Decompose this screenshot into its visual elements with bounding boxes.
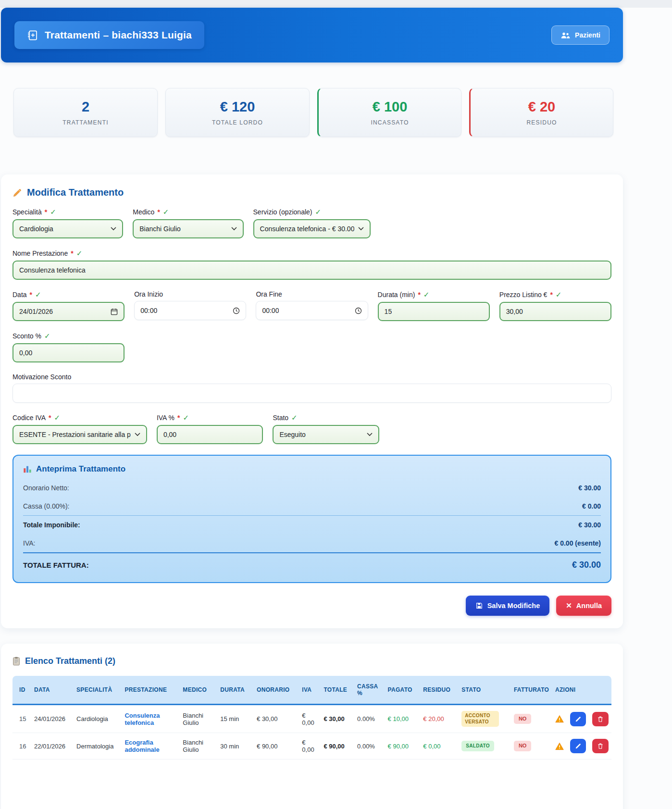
warning-icon xyxy=(555,742,564,750)
col-iva: IVA xyxy=(299,676,321,705)
field-ora-inizio: Ora Inizio 00:00 xyxy=(134,290,246,321)
cell-stato: SALDATO xyxy=(459,733,511,759)
trash-icon xyxy=(597,743,604,749)
cell-id: 16 xyxy=(12,733,31,759)
prestazione-link[interactable]: Consulenza telefonica xyxy=(124,712,160,726)
chevron-down-icon xyxy=(231,227,237,231)
codice-iva-select[interactable]: ESENTE - Prestazioni sanitarie alla p xyxy=(12,425,147,444)
data-input[interactable]: 24/01/2026 xyxy=(12,302,124,321)
durata-label: Durata (min) xyxy=(378,291,415,299)
sconto-label: Sconto % xyxy=(12,332,41,340)
treatments-list-title: Elenco Trattamenti (2) xyxy=(25,656,115,666)
stat-value: € 20 xyxy=(528,99,555,115)
col-pagato: PAGATO xyxy=(385,676,421,705)
field-medico: Medico * ✓ Bianchi Giulio xyxy=(133,208,243,238)
page-title: Trattamenti – biachi333 Luigia xyxy=(45,29,192,41)
edit-button[interactable] xyxy=(570,739,586,753)
valid-check-icon: ✓ xyxy=(54,413,60,422)
clipboard-icon xyxy=(12,657,20,666)
cell-onorario: € 90,00 xyxy=(254,733,299,759)
durata-input[interactable]: 15 xyxy=(378,302,490,321)
cell-fatturato: NO xyxy=(511,733,552,759)
cell-medico: Bianchi Giulio xyxy=(180,733,217,759)
iva-pct-label: IVA % xyxy=(157,414,174,422)
field-sconto: Sconto % ✓ 0,00 xyxy=(12,332,124,362)
form-row-1: Specialità * ✓ Cardiologia Medico * ✓ Bi… xyxy=(12,208,611,238)
edit-treatment-card: Modifica Trattamento Specialità * ✓ Card… xyxy=(1,174,623,628)
field-nome-prestazione: Nome Prestazione * ✓ Consulenza telefoni… xyxy=(12,249,611,280)
ora-inizio-label: Ora Inizio xyxy=(134,290,163,298)
stats-row: 2 TRATTAMENTI € 120 TOTALE LORDO € 100 I… xyxy=(13,88,613,137)
valid-check-icon: ✓ xyxy=(556,290,562,299)
cell-azioni xyxy=(552,733,611,759)
nome-prestazione-label: Nome Prestazione xyxy=(12,249,68,257)
field-servizio: Servizio (opzionale) ✓ Consulenza telefo… xyxy=(253,208,371,238)
cell-specialita: Dermatologia xyxy=(74,733,122,759)
cancel-button[interactable]: ✕ Annulla xyxy=(556,596,611,616)
app-container: Trattamenti – biachi333 Luigia Pazienti … xyxy=(1,8,623,809)
ora-fine-input[interactable]: 00:00 xyxy=(256,301,368,320)
treatments-list-card: Elenco Trattamenti (2) ID DATA SPECIALIT… xyxy=(1,644,623,809)
cell-data: 24/01/2026 xyxy=(31,705,74,733)
form-row-5: Motivazione Sconto xyxy=(12,373,611,403)
floppy-icon xyxy=(475,602,483,610)
status-badge: SALDATO xyxy=(461,741,494,752)
treatments-list-title-row: Elenco Trattamenti (2) xyxy=(12,656,611,666)
field-stato: Stato ✓ Eseguito xyxy=(273,413,379,444)
edit-pencil-icon xyxy=(575,716,582,722)
col-stato: STATO xyxy=(459,676,511,705)
delete-button[interactable] xyxy=(592,712,609,726)
bar-chart-icon xyxy=(23,465,32,473)
ora-inizio-input[interactable]: 00:00 xyxy=(134,301,246,320)
medico-select[interactable]: Bianchi Giulio xyxy=(133,219,243,238)
users-icon xyxy=(560,32,571,39)
servizio-select[interactable]: Consulenza telefonica - € 30.00 xyxy=(253,219,371,238)
valid-check-icon: ✓ xyxy=(183,413,189,422)
preview-row-totale-fattura: TOTALE FATTURA: € 30.00 xyxy=(23,552,601,575)
sconto-input[interactable]: 0,00 xyxy=(12,343,124,362)
stat-value: € 100 xyxy=(373,99,408,115)
motivazione-sconto-input[interactable] xyxy=(12,384,611,403)
stato-label: Stato xyxy=(273,414,288,422)
save-button[interactable]: Salva Modifiche xyxy=(466,596,550,616)
field-codice-iva: Codice IVA * ✓ ESENTE - Prestazioni sani… xyxy=(12,413,147,444)
medical-journal-icon xyxy=(27,30,38,41)
valid-check-icon: ✓ xyxy=(291,413,298,422)
invoiced-badge: NO xyxy=(514,741,532,751)
preview-row-cassa: Cassa (0.00%): € 0.00 xyxy=(23,497,601,515)
table-row: 15 24/01/2026 Cardiologia Consulenza tel… xyxy=(12,705,611,733)
stat-card-trattamenti: 2 TRATTAMENTI xyxy=(13,88,158,137)
delete-button[interactable] xyxy=(592,739,609,753)
col-specialita: SPECIALITÀ xyxy=(74,676,122,705)
stat-card-residuo: € 20 RESIDUO xyxy=(469,88,613,137)
form-row-2: Nome Prestazione * ✓ Consulenza telefoni… xyxy=(12,249,611,280)
nome-prestazione-input[interactable]: Consulenza telefonica xyxy=(12,261,611,280)
cell-pagato: € 90,00 xyxy=(385,733,421,759)
stat-label: TOTALE LORDO xyxy=(212,119,263,126)
edit-button[interactable] xyxy=(570,712,586,726)
iva-pct-input[interactable]: 0,00 xyxy=(157,425,263,444)
stat-value: € 120 xyxy=(220,99,255,115)
cancel-button-label: Annulla xyxy=(576,602,602,610)
required-asterisk: * xyxy=(30,291,32,299)
calendar-icon xyxy=(111,308,118,315)
col-residuo: RESIDUO xyxy=(420,676,459,705)
chevron-down-icon xyxy=(367,433,373,436)
prestazione-link[interactable]: Ecografia addominale xyxy=(124,739,159,753)
col-fatturato: FATTURATO xyxy=(511,676,552,705)
prezzo-listino-input[interactable]: 30,00 xyxy=(499,302,611,321)
stato-select[interactable]: Eseguito xyxy=(273,425,379,444)
specialita-select[interactable]: Cardiologia xyxy=(12,219,123,238)
form-row-6: Codice IVA * ✓ ESENTE - Prestazioni sani… xyxy=(12,413,611,444)
medico-label: Medico xyxy=(133,208,154,216)
patients-button[interactable]: Pazienti xyxy=(551,25,610,45)
table-row: 16 22/01/2026 Dermatologia Ecografia add… xyxy=(12,733,611,759)
form-row-4: Sconto % ✓ 0,00 xyxy=(12,332,611,362)
patients-button-label: Pazienti xyxy=(575,31,600,39)
preview-title: Anteprima Trattamento xyxy=(36,464,125,474)
stat-card-incassato: € 100 INCASSATO xyxy=(317,88,461,137)
col-totale: TOTALE xyxy=(321,676,354,705)
invoiced-badge: NO xyxy=(514,714,532,724)
chevron-down-icon xyxy=(111,227,116,231)
valid-check-icon: ✓ xyxy=(35,290,41,299)
